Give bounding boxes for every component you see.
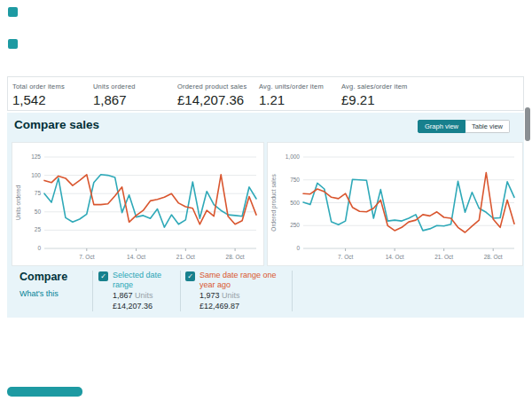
page-title: Compare sales — [14, 118, 99, 131]
units-value: 1,867 — [113, 291, 133, 300]
stat-value: 1.21 — [259, 92, 324, 107]
x-tick-label: 14. Oct — [386, 254, 404, 260]
x-tick-label: 14. Oct — [127, 254, 145, 260]
stat-label: Total order items — [12, 83, 65, 90]
compare-heading: Compare — [20, 271, 67, 283]
x-tick-label: 21. Oct — [434, 254, 453, 260]
y-tick-label: 750 — [290, 177, 300, 183]
vertical-scrollbar-thumb[interactable] — [525, 107, 530, 141]
legend-item-same-date-range-one-year-ago: ✓ Same date range one year ago 1,973 Uni… — [185, 271, 281, 311]
units-word: Units — [222, 291, 240, 300]
legend-label: Same date range one year ago — [200, 271, 281, 290]
teal-marker-top-2 — [8, 39, 18, 49]
sales-dashboard: Total order items 1,542 Units ordered 1,… — [0, 0, 532, 401]
y-tick-label: 25 — [35, 226, 42, 232]
legend-units: 1,867 Units — [113, 290, 169, 301]
teal-marker-bottom — [7, 387, 82, 397]
stat-label: Units ordered — [93, 83, 136, 90]
legend-label: Selected date range — [113, 271, 169, 290]
legend-sales: £12,469.87 — [200, 301, 281, 311]
divider — [292, 271, 293, 311]
x-tick-label: 28. Oct — [226, 254, 245, 260]
teal-marker-top-1 — [8, 7, 18, 17]
y-tick-label: 0 — [37, 245, 41, 251]
stat-ordered-product-sales: Ordered product sales £14,207.36 — [177, 83, 246, 107]
stat-value: 1,867 — [93, 92, 136, 107]
series-line — [303, 179, 514, 231]
legend-units: 1,973 Units — [200, 290, 281, 301]
stat-label: Avg. units/order item — [259, 83, 324, 90]
y-tick-label: 100 — [31, 172, 41, 178]
ordered-product-sales-chart: 02505007501,0007. Oct14. Oct21. Oct28. O… — [267, 142, 523, 266]
series-line — [44, 175, 256, 224]
units-word: Units — [135, 291, 153, 300]
graph-view-button[interactable]: Graph view — [418, 120, 466, 133]
y-tick-label: 125 — [31, 153, 41, 160]
y-tick-label: 0 — [296, 245, 300, 251]
legend-item-selected-date-range: ✓ Selected date range 1,867 Units £14,20… — [98, 271, 169, 311]
stat-avg-units-per-order-item: Avg. units/order item 1.21 — [259, 83, 324, 107]
units-value: 1,973 — [200, 291, 220, 300]
whats-this-link[interactable]: What's this — [20, 289, 59, 298]
checkbox-same-date-range-one-year-ago[interactable]: ✓ — [185, 271, 195, 281]
y-axis-label: Units ordered — [15, 185, 21, 220]
x-tick-label: 28. Oct — [484, 254, 503, 260]
divider — [180, 271, 181, 311]
y-tick-label: 75 — [35, 190, 42, 196]
checkbox-selected-date-range[interactable]: ✓ — [98, 271, 108, 281]
y-axis-label: Ordered product sales — [270, 174, 278, 232]
legend-sales: £14,207.36 — [113, 301, 169, 311]
stat-avg-sales-per-order-item: Avg. sales/order item £9.21 — [341, 83, 408, 107]
stat-units-ordered: Units ordered 1,867 — [93, 83, 136, 107]
view-toggle: Graph view Table view — [418, 120, 510, 133]
y-tick-label: 50 — [35, 208, 42, 215]
x-tick-label: 7. Oct — [338, 254, 354, 260]
compare-sales-panel: Compare sales Graph view Table view 0255… — [7, 113, 524, 318]
stat-value: 1,542 — [12, 92, 65, 107]
stat-label: Avg. sales/order item — [341, 83, 408, 90]
stat-value: £9.21 — [341, 92, 408, 107]
table-view-button[interactable]: Table view — [466, 120, 510, 133]
stat-value: £14,207.36 — [177, 92, 246, 107]
stat-label: Ordered product sales — [177, 83, 246, 90]
sales-stats-bar: Total order items 1,542 Units ordered 1,… — [7, 76, 524, 111]
y-tick-label: 250 — [290, 222, 300, 228]
x-tick-label: 7. Oct — [79, 254, 95, 260]
x-tick-label: 21. Oct — [176, 254, 195, 260]
divider — [92, 271, 93, 311]
stat-total-order-items: Total order items 1,542 — [12, 83, 65, 107]
y-tick-label: 1,000 — [286, 153, 301, 160]
y-tick-label: 500 — [290, 200, 300, 206]
units-ordered-chart: 02550751001257. Oct14. Oct21. Oct28. Oct… — [12, 142, 264, 266]
